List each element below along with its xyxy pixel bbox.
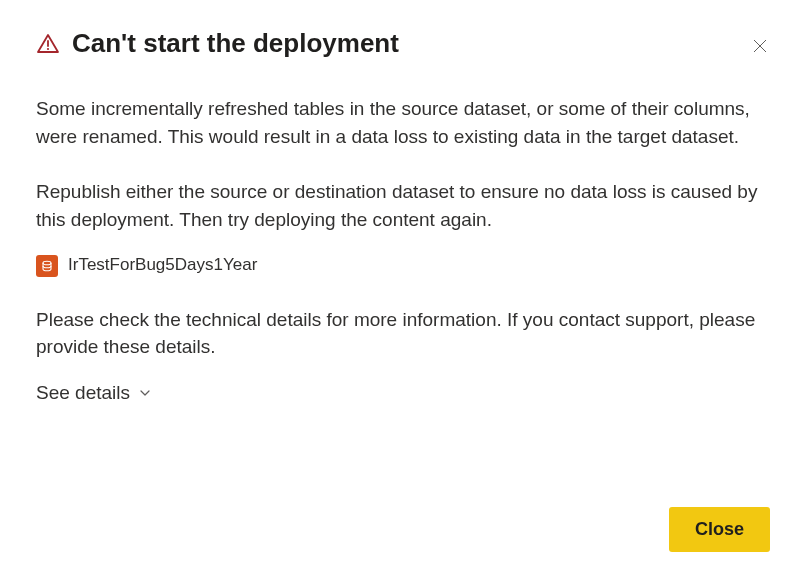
- dialog-header: Can't start the deployment: [36, 28, 770, 59]
- see-details-label: See details: [36, 379, 130, 407]
- error-dialog: Can't start the deployment Some incremen…: [0, 0, 806, 580]
- dialog-title: Can't start the deployment: [72, 28, 399, 59]
- dataset-icon: [36, 255, 58, 277]
- error-paragraph-2: Republish either the source or destinati…: [36, 178, 770, 233]
- error-paragraph-3: Please check the technical details for m…: [36, 306, 770, 361]
- close-icon[interactable]: [750, 36, 770, 56]
- chevron-down-icon: [138, 386, 152, 400]
- warning-icon: [36, 32, 60, 56]
- svg-point-1: [47, 47, 49, 49]
- dataset-name: IrTestForBug5Days1Year: [68, 253, 257, 278]
- see-details-toggle[interactable]: See details: [36, 379, 152, 407]
- dataset-row: IrTestForBug5Days1Year: [36, 253, 770, 278]
- dialog-body: Some incrementally refreshed tables in t…: [36, 95, 770, 406]
- svg-point-4: [43, 261, 51, 265]
- dialog-footer: Close: [669, 507, 770, 552]
- error-paragraph-1: Some incrementally refreshed tables in t…: [36, 95, 770, 150]
- close-button[interactable]: Close: [669, 507, 770, 552]
